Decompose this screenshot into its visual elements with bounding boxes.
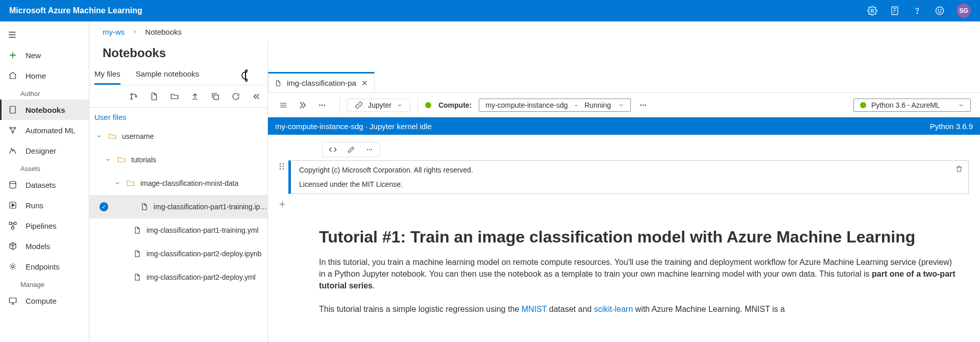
breadcrumb-page: Notebooks bbox=[145, 28, 182, 36]
trash-icon[interactable] bbox=[955, 165, 963, 173]
user-files-header[interactable]: User files bbox=[89, 108, 267, 125]
git-icon[interactable] bbox=[129, 91, 139, 102]
svg-rect-20 bbox=[214, 95, 218, 100]
drag-handle-icon[interactable] bbox=[275, 160, 288, 194]
help-icon[interactable] bbox=[912, 5, 923, 16]
svg-point-15 bbox=[12, 265, 14, 268]
upload-icon[interactable] bbox=[190, 91, 200, 102]
tab-sample-notebooks[interactable]: Sample notebooks bbox=[136, 65, 199, 85]
cell-line: Copyright (c) Microsoft Corporation. All… bbox=[299, 166, 960, 174]
nav-compute[interactable]: Compute bbox=[0, 290, 89, 311]
markdown-paragraph: In this tutorial, you train a machine le… bbox=[319, 256, 957, 292]
file-toolbar bbox=[89, 85, 267, 108]
status-right: Python 3.6.9 bbox=[930, 122, 973, 131]
nav-new[interactable]: New bbox=[0, 45, 89, 65]
notebook-cell[interactable]: Copyright (c) Microsoft Corporation. All… bbox=[275, 160, 969, 194]
file-icon bbox=[133, 250, 141, 258]
nav-automl[interactable]: Automated ML bbox=[0, 120, 89, 140]
svg-point-2 bbox=[917, 13, 917, 13]
notebook-tab[interactable]: img-classification-pa ✕ bbox=[268, 72, 375, 92]
svg-rect-16 bbox=[9, 298, 16, 303]
chevron-down-icon bbox=[618, 102, 624, 108]
file-browser: Notebooks My files Sample notebooks User… bbox=[89, 42, 268, 342]
tree-file[interactable]: img-classification-part2-deploy.ipynb bbox=[89, 242, 267, 265]
nav-endpoints[interactable]: Endpoints bbox=[0, 256, 89, 277]
nav-models[interactable]: Models bbox=[0, 236, 89, 256]
datasets-icon bbox=[7, 180, 18, 189]
status-left: my-compute-instance-sdg · Jupyter kernel… bbox=[275, 122, 432, 131]
cell-line: Licensed under the MIT License. bbox=[299, 180, 960, 188]
automl-icon bbox=[7, 126, 18, 135]
user-avatar[interactable]: SG bbox=[957, 4, 971, 18]
notebook-tab-label: img-classification-pa bbox=[287, 79, 356, 87]
tree-folder-user[interactable]: username bbox=[89, 125, 267, 148]
chevron-right-icon bbox=[132, 29, 138, 35]
nav-datasets[interactable]: Datasets bbox=[0, 175, 89, 195]
breadcrumb: my-ws Notebooks bbox=[89, 21, 980, 42]
edit-icon[interactable] bbox=[346, 144, 356, 155]
more-icon[interactable] bbox=[638, 100, 648, 110]
svg-point-31 bbox=[283, 163, 284, 165]
tree-file[interactable]: img-classification-part2-deploy.yml bbox=[89, 265, 267, 289]
status-dot-icon bbox=[860, 102, 866, 108]
svg-point-27 bbox=[367, 149, 368, 150]
nav-runs[interactable]: Runs bbox=[0, 195, 89, 215]
tree-folder-tutorials[interactable]: tutorials bbox=[89, 148, 267, 172]
svg-point-21 bbox=[319, 104, 320, 105]
tree-file[interactable]: img-classification-part1-training.yml bbox=[89, 218, 267, 242]
compute-select[interactable]: my-compute-instance-sdg - Running bbox=[479, 99, 631, 112]
svg-rect-14 bbox=[12, 227, 14, 229]
svg-point-33 bbox=[283, 166, 284, 167]
run-all-icon[interactable] bbox=[298, 100, 308, 110]
folder-icon bbox=[108, 132, 117, 141]
svg-rect-6 bbox=[10, 106, 16, 113]
kernel-select[interactable]: Python 3.6 - AzureML bbox=[853, 99, 971, 112]
menu-icon[interactable] bbox=[278, 100, 288, 110]
link-scikit[interactable]: scikit-learn bbox=[594, 305, 633, 313]
more-icon[interactable] bbox=[364, 144, 375, 155]
folder-icon bbox=[126, 179, 135, 188]
svg-point-19 bbox=[135, 95, 137, 97]
svg-point-24 bbox=[640, 104, 641, 105]
nav-home[interactable]: Home bbox=[0, 65, 89, 86]
check-icon: ✓ bbox=[100, 202, 108, 211]
svg-point-22 bbox=[322, 104, 323, 105]
nav-pipelines[interactable]: Pipelines bbox=[0, 215, 89, 236]
svg-point-28 bbox=[369, 149, 370, 150]
product-title: Microsoft Azure Machine Learning bbox=[9, 6, 867, 15]
cell-toolbar bbox=[322, 142, 380, 157]
more-icon[interactable] bbox=[317, 100, 327, 110]
runs-icon bbox=[7, 201, 18, 210]
nav-toggle[interactable] bbox=[0, 25, 89, 45]
endpoints-icon bbox=[7, 262, 18, 271]
chevron-down-icon bbox=[114, 180, 121, 186]
tree-folder-mnist[interactable]: image-classification-mnist-data bbox=[89, 172, 267, 195]
nav-designer[interactable]: Designer bbox=[0, 140, 89, 161]
nav-section-manage: Manage bbox=[0, 277, 89, 290]
file-icon bbox=[133, 226, 141, 234]
close-icon[interactable]: ✕ bbox=[361, 79, 368, 88]
breadcrumb-workspace[interactable]: my-ws bbox=[103, 28, 125, 36]
collapse-icon[interactable] bbox=[251, 91, 261, 102]
notebook-tabstrip: img-classification-pa ✕ bbox=[268, 72, 980, 93]
settings-icon[interactable] bbox=[867, 5, 878, 16]
diagnostics-icon[interactable] bbox=[889, 5, 900, 16]
duplicate-icon[interactable] bbox=[210, 91, 220, 102]
code-icon[interactable] bbox=[328, 144, 338, 155]
refresh-icon[interactable] bbox=[231, 91, 241, 102]
file-icon bbox=[133, 273, 141, 281]
link-mnist[interactable]: MNIST bbox=[522, 305, 547, 313]
editor-area: img-classification-pa ✕ Jupyter bbox=[268, 42, 980, 342]
feedback-icon[interactable] bbox=[934, 5, 945, 16]
tab-my-files[interactable]: My files bbox=[94, 65, 120, 85]
tree-file[interactable]: ✓ img-classification-part1-training.ipyn… bbox=[89, 195, 267, 218]
add-cell-button[interactable] bbox=[275, 197, 289, 211]
new-file-icon[interactable] bbox=[149, 91, 159, 102]
new-folder-icon[interactable] bbox=[169, 91, 180, 102]
chevron-down-icon bbox=[95, 133, 103, 139]
nav-notebooks[interactable]: Notebooks bbox=[0, 100, 89, 120]
jupyter-dropdown[interactable]: Jupyter bbox=[347, 99, 410, 112]
svg-point-34 bbox=[280, 168, 281, 170]
svg-point-9 bbox=[12, 132, 14, 133]
svg-rect-12 bbox=[9, 222, 12, 225]
